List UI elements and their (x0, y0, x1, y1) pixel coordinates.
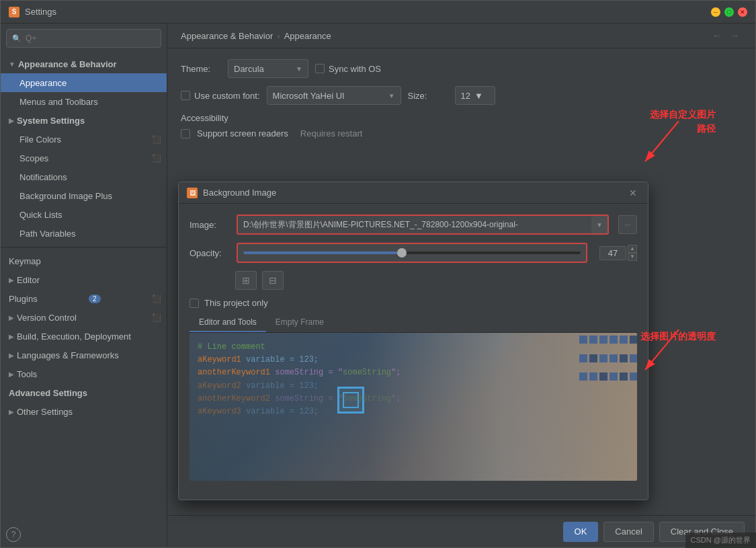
opacity-spin-up[interactable]: ▲ (628, 245, 637, 253)
opacity-slider-container[interactable] (237, 243, 587, 263)
project-only-label: This project only (204, 298, 268, 308)
preview-area: # Line comment aKeyword1 variable = 123;… (190, 333, 637, 481)
cancel-button[interactable]: Cancel (603, 522, 653, 542)
sidebar-item-background-image-plus[interactable]: Background Image Plus (1, 186, 167, 205)
search-container[interactable]: 🔍 (6, 29, 161, 48)
size-dropdown[interactable]: 12 ▼ (455, 86, 495, 105)
font-dropdown[interactable]: Microsoft YaHei UI ▼ (267, 86, 401, 105)
path-dropdown-button[interactable]: ▼ (591, 216, 607, 233)
scopes-icon: ⬛ (152, 154, 161, 163)
plugins-badge: 2 (89, 295, 101, 303)
dialog-tabs: Editor and Tools Empty Frame (190, 313, 637, 333)
screen-readers-checkbox[interactable] (181, 129, 190, 139)
close-button[interactable]: ✕ (738, 7, 747, 17)
tab-empty-frame[interactable]: Empty Frame (266, 313, 333, 332)
project-only-row: This project only (190, 298, 637, 308)
sidebar-item-menus-toolbars[interactable]: Menus and Toolbars (1, 92, 167, 111)
sidebar-item-path-variables[interactable]: Path Variables (1, 224, 167, 243)
sidebar-item-quick-lists[interactable]: Quick Lists (1, 205, 167, 224)
nav-back[interactable]: ← (710, 30, 724, 41)
breadcrumb-current: Appearance (284, 31, 331, 41)
search-input[interactable] (26, 34, 155, 43)
sidebar-item-advanced-settings[interactable]: Advanced Settings (1, 383, 167, 402)
sidebar-item-system-settings[interactable]: ▶ System Settings (1, 111, 167, 130)
expand-arrow-other: ▶ (9, 408, 14, 416)
sidebar-item-other-settings[interactable]: ▶ Other Settings (1, 402, 167, 421)
opacity-value[interactable]: 47 (599, 246, 626, 260)
sidebar-bottom: ? (1, 522, 167, 547)
custom-font-checkbox[interactable] (181, 91, 190, 100)
code-preview: # Line comment aKeyword1 variable = 123;… (190, 333, 637, 481)
expand-arrow-vc: ▶ (9, 314, 14, 321)
sidebar-section-other: Keymap ▶ Editor Plugins 2 ⬛ ▶ Version Co… (1, 250, 167, 422)
code-line-1: # Line comment (198, 341, 629, 354)
breadcrumb-parent: Appearance & Behavior (181, 31, 273, 41)
requires-restart-text: Requires restart (300, 128, 362, 139)
sidebar-item-appearance[interactable]: Appearance (1, 73, 167, 92)
breadcrumb-separator: › (277, 31, 280, 41)
background-image-dialog[interactable]: 🖼 Background Image ✕ Image: ▼ ··· Opacit… (178, 182, 648, 500)
expand-arrow-system: ▶ (9, 117, 14, 124)
plugins-icon: ⬛ (152, 295, 161, 303)
sidebar-item-appearance-behavior[interactable]: ▼ Appearance & Behavior (1, 54, 167, 73)
file-colors-icon: ⬛ (152, 135, 161, 144)
sidebar-item-notifications[interactable]: Notifications (1, 167, 167, 186)
code-line-6: aKeyword3 variable = 123; (198, 405, 629, 418)
ok-button[interactable]: OK (563, 522, 599, 542)
sidebar-item-languages-frameworks[interactable]: ▶ Languages & Frameworks (1, 346, 167, 364)
titlebar: S Settings ─ □ ✕ (1, 1, 755, 24)
theme-dropdown[interactable]: Darcula ▼ (228, 59, 308, 78)
custom-font-checkbox-label: Use custom font: (181, 91, 260, 101)
opacity-spinner: ▲ ▼ (628, 245, 637, 261)
size-dropdown-arrow: ▼ (474, 91, 483, 101)
layout-rows-button[interactable]: ⊟ (262, 271, 284, 290)
theme-dropdown-arrow: ▼ (296, 65, 302, 73)
window-title: Settings (25, 7, 711, 17)
tab-editor-tools[interactable]: Editor and Tools (190, 313, 266, 332)
vc-icon: ⬛ (152, 313, 161, 322)
search-icon: 🔍 (12, 34, 22, 43)
project-only-checkbox[interactable] (190, 299, 199, 308)
clear-close-button[interactable]: Clear and Close (659, 522, 745, 542)
accessibility-title: Accessibility (181, 113, 742, 123)
dialog-close-button[interactable]: ✕ (626, 188, 640, 198)
sidebar: 🔍 ▼ Appearance & Behavior Appearance Men… (1, 24, 167, 547)
nav-forward[interactable]: → (727, 30, 742, 41)
path-browse-button[interactable]: ··· (618, 215, 637, 234)
screen-readers-row: Support screen readers Requires restart (181, 128, 742, 139)
help-button[interactable]: ? (6, 527, 21, 542)
dialog-title: Background Image (203, 188, 626, 198)
sync-os-checkbox[interactable] (315, 64, 325, 73)
sidebar-item-scopes[interactable]: Scopes ⬛ (1, 149, 167, 167)
maximize-button[interactable]: □ (724, 7, 734, 17)
sidebar-section-appearance: ▼ Appearance & Behavior Appearance Menus… (1, 53, 167, 244)
opacity-value-container: 47 ▲ ▼ (599, 245, 637, 261)
layout-columns-button[interactable]: ⊞ (235, 271, 257, 290)
image-path-input[interactable] (238, 220, 591, 229)
sidebar-item-file-colors[interactable]: File Colors ⬛ (1, 130, 167, 149)
image-label: Image: (190, 220, 230, 230)
font-row: Use custom font: Microsoft YaHei UI ▼ Si… (181, 86, 742, 105)
dialog-body: Image: ▼ ··· Opacity: 47 (179, 204, 648, 500)
sidebar-item-tools[interactable]: ▶ Tools (1, 364, 167, 383)
action-bar: OK Cancel Clear and Close (167, 515, 755, 547)
size-label: Size: (408, 91, 448, 101)
breadcrumb: Appearance & Behavior › Appearance ← → (167, 24, 755, 48)
theme-label: Theme: (181, 64, 221, 74)
opacity-row: Opacity: 47 ▲ ▼ (190, 243, 637, 263)
font-dropdown-arrow: ▼ (388, 92, 395, 100)
minimize-button[interactable]: ─ (711, 7, 720, 17)
window-controls: ─ □ ✕ (711, 7, 747, 17)
sidebar-item-editor[interactable]: ▶ Editor (1, 270, 167, 289)
opacity-spin-down[interactable]: ▼ (628, 253, 637, 261)
sidebar-item-plugins[interactable]: Plugins 2 ⬛ (1, 289, 167, 308)
sidebar-divider (1, 247, 167, 247)
expand-arrow-editor: ▶ (9, 276, 14, 284)
sidebar-item-keymap[interactable]: Keymap (1, 251, 167, 270)
opacity-thumb[interactable] (397, 248, 407, 258)
sidebar-item-build-execution[interactable]: ▶ Build, Execution, Deployment (1, 327, 167, 346)
expand-arrow-lang: ▶ (9, 352, 14, 359)
code-line-3: anotherKeyword1 someString = "someString… (198, 366, 629, 379)
sidebar-item-version-control[interactable]: ▶ Version Control ⬛ (1, 308, 167, 327)
opacity-slider[interactable] (243, 251, 581, 254)
